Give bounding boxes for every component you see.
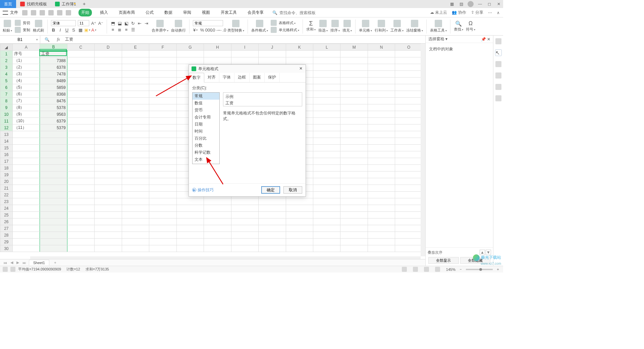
- cell-M14[interactable]: [340, 138, 368, 145]
- col-header-O[interactable]: O: [395, 44, 423, 51]
- ribbon-tab-start[interactable]: 开始: [78, 9, 92, 16]
- cell-K23[interactable]: [286, 198, 313, 205]
- cell-B15[interactable]: [40, 145, 67, 151]
- name-box-input[interactable]: [7, 37, 34, 42]
- view-break-icon[interactable]: [424, 267, 429, 272]
- cell-F3[interactable]: [149, 64, 176, 71]
- cell-H28[interactable]: [204, 232, 231, 239]
- cell-A18[interactable]: [12, 165, 40, 171]
- qat-save-icon[interactable]: [31, 10, 36, 15]
- cell-D12[interactable]: [95, 124, 122, 131]
- dialog-tab-align[interactable]: 对齐: [204, 73, 219, 82]
- cell-M30[interactable]: [340, 245, 368, 252]
- side-select-pane-icon[interactable]: [495, 50, 501, 56]
- cell-B19[interactable]: [40, 171, 67, 178]
- cell-E17[interactable]: [122, 158, 149, 165]
- cell-C27[interactable]: [67, 225, 94, 232]
- cell-D7[interactable]: [95, 91, 122, 98]
- side-icon-3[interactable]: [495, 61, 501, 67]
- cond-format-button[interactable]: 条件格式: [251, 20, 269, 33]
- cell-M12[interactable]: [340, 124, 368, 131]
- row-header-22[interactable]: 22: [0, 192, 13, 198]
- cell-F4[interactable]: [149, 71, 176, 78]
- align-top-icon[interactable]: ⬒: [110, 21, 115, 26]
- cell-L18[interactable]: [313, 165, 340, 171]
- zoom-slider[interactable]: [466, 269, 493, 270]
- row-header-14[interactable]: 14: [0, 138, 13, 145]
- cell-O16[interactable]: [395, 151, 423, 158]
- cell-E4[interactable]: [122, 71, 149, 78]
- cell-E25[interactable]: [122, 212, 149, 218]
- cell-C2[interactable]: [67, 57, 94, 64]
- row-header-1[interactable]: 1: [0, 51, 13, 57]
- cell-I28[interactable]: [231, 232, 258, 239]
- ribbon-tab-formula[interactable]: 公式: [143, 9, 156, 16]
- cell-E3[interactable]: [122, 64, 149, 71]
- cell-E29[interactable]: [122, 239, 149, 245]
- cell-D8[interactable]: [95, 98, 122, 104]
- dialog-tab-border[interactable]: 边框: [234, 73, 250, 82]
- cell-O14[interactable]: [395, 138, 423, 145]
- cell-F20[interactable]: [149, 178, 176, 185]
- view-page-icon[interactable]: [413, 267, 418, 272]
- cell-M1[interactable]: [340, 51, 368, 57]
- cell-L6[interactable]: [313, 84, 340, 91]
- fx-icon[interactable]: fx: [54, 37, 63, 42]
- cell-A8[interactable]: （7）: [12, 98, 40, 104]
- paste-group[interactable]: 粘贴: [2, 20, 13, 33]
- row-header-23[interactable]: 23: [0, 198, 13, 205]
- cell-I26[interactable]: [231, 218, 258, 225]
- cell-F29[interactable]: [149, 239, 176, 245]
- tab-template[interactable]: 找稻壳模板: [16, 0, 51, 8]
- tab-add[interactable]: •＋: [80, 1, 88, 7]
- cell-E13[interactable]: [122, 131, 149, 138]
- cell-A2[interactable]: （1）: [12, 57, 40, 64]
- cell-O2[interactable]: [395, 57, 423, 64]
- cell-C6[interactable]: [67, 84, 94, 91]
- cell-A6[interactable]: （5）: [12, 84, 40, 91]
- row-header-29[interactable]: 29: [0, 239, 13, 245]
- row-header-27[interactable]: 27: [0, 225, 13, 232]
- cell-M15[interactable]: [340, 145, 368, 151]
- cell-C19[interactable]: [67, 171, 94, 178]
- cell-D29[interactable]: [95, 239, 122, 245]
- cell-O25[interactable]: [395, 212, 423, 218]
- cell-E15[interactable]: [122, 145, 149, 151]
- cell-M5[interactable]: [340, 78, 368, 84]
- cell-H23[interactable]: [204, 198, 231, 205]
- cell-F19[interactable]: [149, 171, 176, 178]
- cell-D28[interactable]: [95, 232, 122, 239]
- cell-D19[interactable]: [95, 171, 122, 178]
- col-header-A[interactable]: A: [12, 44, 40, 51]
- cell-O5[interactable]: [395, 78, 423, 84]
- cell-B2[interactable]: 7388: [40, 57, 67, 64]
- tab-home[interactable]: 首页: [0, 0, 16, 8]
- view-reading-icon[interactable]: [435, 267, 440, 272]
- col-header-M[interactable]: M: [340, 44, 368, 51]
- cell-M9[interactable]: [340, 104, 368, 111]
- cell-C25[interactable]: [67, 212, 94, 218]
- task-pane-pin-icon[interactable]: 📌: [481, 37, 486, 42]
- cell-I25[interactable]: [231, 212, 258, 218]
- format-painter-button[interactable]: 格式刷: [32, 20, 45, 33]
- bold-icon[interactable]: B: [51, 28, 56, 33]
- category-item-2[interactable]: 货币: [193, 107, 219, 114]
- table-style-button[interactable]: 表格样式: [271, 20, 296, 26]
- category-item-8[interactable]: 科学记数: [193, 149, 219, 156]
- cell-L16[interactable]: [313, 151, 340, 158]
- cell-M27[interactable]: [340, 225, 368, 232]
- font-color-icon[interactable]: A: [91, 28, 96, 33]
- cell-L27[interactable]: [313, 225, 340, 232]
- cell-K24[interactable]: [286, 205, 313, 212]
- window-maximize[interactable]: ◻: [486, 1, 492, 7]
- cell-J23[interactable]: [259, 198, 286, 205]
- cell-O29[interactable]: [395, 239, 423, 245]
- cell-E5[interactable]: [122, 78, 149, 84]
- select-all-corner[interactable]: ◢: [0, 44, 13, 51]
- cell-D21[interactable]: [95, 185, 122, 192]
- window-minimize[interactable]: —: [477, 1, 483, 7]
- cell-C15[interactable]: [67, 145, 94, 151]
- cell-M26[interactable]: [340, 218, 368, 225]
- search-input[interactable]: [279, 10, 320, 15]
- cell-O11[interactable]: [395, 118, 423, 124]
